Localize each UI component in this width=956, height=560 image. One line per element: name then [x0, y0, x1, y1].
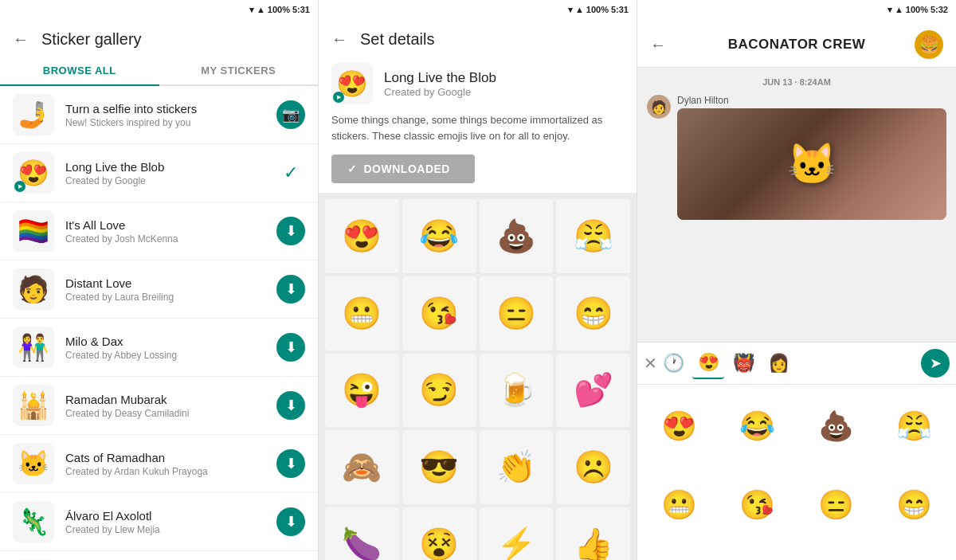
sticker-creator: New! Stickers inspired by you: [65, 117, 276, 128]
grid-sticker[interactable]: 😤: [556, 199, 630, 273]
grid-sticker[interactable]: 😵: [402, 507, 476, 560]
list-item[interactable]: 🕌 Ramadan Mubarak Created by Deasy Camil…: [0, 377, 318, 435]
sticker-grid: 😍 😂 💩 😤 😬 😘 😑 😁 😜 😏 🍺 💕 🙈 😎 👏 ☹️ 🍆 😵 ⚡ 👍: [319, 193, 637, 560]
sticker-creator: Created by Llew Mejia: [65, 524, 276, 535]
picker-tab-recent[interactable]: 🕐: [657, 347, 689, 379]
sticker-gallery-panel: ▾ ▲ 100% 5:31 ← Sticker gallery BROWSE A…: [0, 0, 319, 560]
status-icons-2: ▾ ▲ 100% 5:31: [568, 5, 629, 15]
grid-sticker[interactable]: ⚡: [480, 507, 554, 560]
picker-tabs: ✕ 🕐 😍 👹 👩 ➤: [637, 343, 956, 385]
download-button[interactable]: ⬇: [276, 449, 305, 478]
list-item[interactable]: 😍 ▶ Long Live the Blob Created by Google…: [0, 144, 318, 202]
clock-icon: 🕐: [663, 353, 684, 374]
battery-label-2: 100%: [586, 5, 609, 14]
picker-tab-devil[interactable]: 👹: [727, 347, 759, 379]
picker-sticker[interactable]: 😜: [641, 545, 718, 560]
picker-sticker[interactable]: 🍺: [876, 545, 954, 560]
download-button[interactable]: ⬇: [276, 391, 305, 420]
download-button[interactable]: ⬇: [276, 507, 305, 536]
grid-sticker[interactable]: 💩: [480, 199, 554, 273]
status-icons-1: ▾ ▲ 100% 5:31: [249, 5, 310, 15]
status-bar-1: ▾ ▲ 100% 5:31: [0, 0, 318, 19]
back-button-3[interactable]: ←: [650, 36, 666, 54]
signal-icon: ▲: [257, 5, 265, 14]
list-item[interactable]: 🧑 Distant Love Created by Laura Breiling…: [0, 260, 318, 319]
picker-sticker[interactable]: 😍: [641, 388, 718, 465]
grid-sticker[interactable]: 🍆: [325, 507, 399, 560]
play-badge: ▶: [14, 181, 25, 192]
picker-tab-ghost[interactable]: 👩: [762, 347, 794, 379]
set-play-badge: ▶: [333, 92, 344, 103]
back-button-1[interactable]: ←: [13, 30, 29, 49]
picker-sticker[interactable]: 💕: [719, 545, 797, 560]
grid-sticker[interactable]: 🍺: [480, 354, 554, 428]
grid-sticker[interactable]: 😎: [402, 430, 476, 504]
downloaded-button[interactable]: ✓ DOWNLOADED: [331, 155, 475, 183]
close-picker-button[interactable]: ✕: [644, 354, 657, 373]
cat-photo: 🐱: [677, 108, 946, 220]
sticker-thumb: 😍 ▶: [13, 152, 54, 194]
sticker-picker: ✕ 🕐 😍 👹 👩 ➤ 😍 😂 💩 😤 😬 😘 😑 😁: [637, 342, 956, 560]
grid-sticker[interactable]: 😑: [480, 276, 554, 350]
send-sticker-button[interactable]: ➤: [921, 349, 950, 378]
tab-my-stickers[interactable]: MY STICKERS: [159, 57, 319, 84]
picker-sticker[interactable]: 😏: [797, 545, 875, 560]
download-button[interactable]: ⬇: [276, 333, 305, 362]
list-item[interactable]: 👫 Milo & Dax Created by Abbey Lossing ⬇: [0, 319, 318, 377]
grid-sticker[interactable]: 💕: [556, 354, 630, 428]
grid-sticker[interactable]: 👍: [556, 507, 630, 560]
picker-sticker[interactable]: 😤: [876, 388, 954, 465]
sticker-creator: Created by Ardan Kukuh Prayoga: [65, 466, 276, 477]
download-button[interactable]: ⬇: [276, 275, 305, 303]
picker-sticker[interactable]: 😘: [719, 467, 797, 544]
set-icon-row: 😍 ▶ Long Live the Blob Created by Google: [331, 63, 624, 104]
picker-sticker[interactable]: 💩: [797, 388, 875, 465]
download-button[interactable]: ⬇: [276, 217, 305, 245]
set-title: Long Live the Blob: [384, 70, 496, 86]
chat-panel: ▾ ▲ 100% 5:32 ← BACONATOR CREW 🍔 JUN 13 …: [637, 0, 956, 560]
status-bar-2: ▾ ▲ 100% 5:31: [319, 0, 637, 19]
list-item[interactable]: 🏳️‍🌈 It's All Love Created by Josh McKen…: [0, 202, 318, 260]
sticker-name: It's All Love: [65, 218, 276, 232]
picker-sticker-grid: 😍 😂 💩 😤 😬 😘 😑 😁 😜 💕 😏 🍺: [637, 385, 956, 560]
grid-sticker[interactable]: 👏: [480, 430, 554, 504]
list-item[interactable]: 🐾 Fluffy and Friends ⬇: [0, 551, 318, 560]
list-item[interactable]: 🤳 Turn a selfie into stickers New! Stick…: [0, 86, 318, 144]
grid-sticker[interactable]: 😍: [325, 199, 399, 273]
tab-browse-all[interactable]: BROWSE ALL: [0, 57, 159, 86]
grid-sticker[interactable]: 😏: [402, 354, 476, 428]
set-text-info: Long Live the Blob Created by Google: [384, 70, 496, 98]
picker-tab-blob[interactable]: 😍: [692, 347, 724, 379]
sticker-thumb: 🏳️‍🌈: [13, 210, 54, 252]
battery-label-1: 100%: [268, 5, 290, 14]
picker-sticker[interactable]: 😂: [719, 388, 797, 465]
date-stamp: JUN 13 · 8:24AM: [647, 77, 946, 87]
sticker-creator: Created by Google: [65, 175, 276, 186]
camera-button[interactable]: 📷: [276, 100, 305, 129]
picker-sticker[interactable]: 😁: [876, 467, 954, 544]
sticker-info: Turn a selfie into stickers New! Sticker…: [65, 102, 276, 128]
sticker-thumb: 👫: [13, 327, 54, 368]
sticker-info: Long Live the Blob Created by Google: [65, 160, 276, 186]
grid-sticker[interactable]: ☹️: [556, 430, 630, 504]
grid-sticker[interactable]: 😜: [325, 354, 399, 428]
back-button-2[interactable]: ←: [331, 30, 347, 49]
message-content: Dylan Hilton 🐱: [677, 95, 946, 220]
downloaded-check-icon: ✓: [347, 163, 358, 175]
grid-sticker[interactable]: 😂: [402, 199, 476, 273]
grid-sticker[interactable]: 😘: [402, 276, 476, 350]
list-item[interactable]: 🦎 Álvaro El Axolotl Created by Llew Meji…: [0, 493, 318, 551]
grid-sticker[interactable]: 😁: [556, 276, 630, 350]
time-3: 5:32: [931, 5, 948, 14]
sticker-name: Ramadan Mubarak: [65, 393, 276, 406]
gallery-header: ← Sticker gallery: [0, 19, 318, 57]
picker-sticker[interactable]: 😬: [641, 467, 718, 544]
picker-sticker[interactable]: 😑: [797, 467, 875, 544]
status-bar-3: ▾ ▲ 100% 5:32: [637, 0, 956, 19]
grid-sticker[interactable]: 😬: [325, 276, 399, 350]
group-avatar[interactable]: 🍔: [915, 30, 943, 59]
list-item[interactable]: 🐱 Cats of Ramadhan Created by Ardan Kuku…: [0, 435, 318, 493]
set-details-header: ← Set details: [319, 19, 637, 57]
gallery-tabs: BROWSE ALL MY STICKERS: [0, 57, 318, 86]
grid-sticker[interactable]: 🙈: [325, 430, 399, 504]
